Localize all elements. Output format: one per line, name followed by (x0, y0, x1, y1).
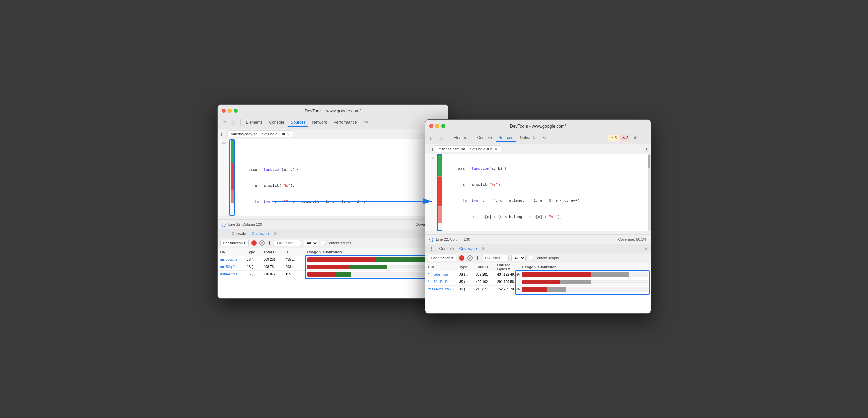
table-header-left: URL Type Total B... U... Usage Visualiza… (217, 248, 448, 256)
clear-button-right[interactable]: ⊘ (467, 255, 472, 261)
file-tab-name-left: m=cdos,hsm,jsa,...c,dtl0hd,eHDfl (231, 132, 285, 136)
table-footer-left: 846 kB of 1.9 MB (44%) used so far, 1.1 … (217, 298, 448, 299)
maximize-button-right[interactable] (441, 124, 445, 128)
download-icon-right[interactable]: ⬇ (475, 255, 479, 261)
col-header-type-left: Type (247, 250, 264, 254)
settings-icon-right[interactable]: ⚙ (632, 134, 639, 141)
coverage-toolbar-left: Per function ▾ ⊘ ⬇ All Content scripts (217, 238, 448, 248)
chevron-down-icon: ▾ (244, 241, 246, 245)
warning-badge-right: ⚠ 5 (608, 135, 619, 141)
sidebar-toggle-left[interactable]: ◫ (219, 131, 227, 137)
more-options-icon-right[interactable]: ⋮ (641, 134, 648, 141)
vertical-scrollbar-right[interactable] (648, 154, 651, 231)
tab-sources-right[interactable]: Sources (496, 134, 516, 142)
scrollbar-left[interactable] (217, 216, 448, 219)
col-header-type-right: Type (460, 265, 474, 269)
all-dropdown-left[interactable]: All (304, 240, 318, 246)
col-header-unused-left: U... (285, 250, 307, 254)
tab-more-right[interactable]: >> (539, 134, 549, 142)
all-dropdown-right[interactable]: All (512, 255, 526, 262)
file-tab-right[interactable]: m=cdos,hsm,jsa,...c,dtl0hd,eHDfl ✕ (435, 145, 501, 152)
tab-elements-left[interactable]: Elements (243, 119, 266, 127)
panel-tab-coverage-right[interactable]: Coverage (458, 246, 478, 252)
minimize-button-left[interactable] (227, 109, 231, 113)
file-tab-close-right[interactable]: ✕ (495, 147, 497, 151)
minimize-button-right[interactable] (435, 124, 439, 128)
panel-divider-right: ⋮ Console Coverage ✕ ✕ (425, 244, 651, 253)
download-icon-left[interactable]: ⬇ (268, 240, 272, 246)
line-column-status-right: Line 22, Column 130 (436, 237, 470, 241)
tab-console-right[interactable]: Console (474, 134, 495, 142)
tab-sources-left[interactable]: Sources (288, 119, 308, 127)
separator (240, 119, 241, 126)
coverage-table-left: /m=cdos,hs JS (... 869 281 435 ... /m=B2 (217, 256, 448, 298)
separator-right (448, 135, 448, 141)
record-button-right[interactable] (459, 255, 465, 261)
close-button-left[interactable] (221, 109, 225, 113)
title-bar-left: DevTools - www.google.com/ (217, 105, 448, 117)
code-content-right[interactable]: _.aaa = function(a, b) { a = a.split("%s… (442, 154, 648, 231)
panel-tab-close-left[interactable]: ✕ (274, 231, 277, 236)
table-row[interactable]: /m=B2qlPe, JS (... 498 764 293 ... (217, 264, 448, 271)
file-tab-bar-left: ◫ m=cdos,hsm,jsa,...c,dtl0hd,eHDfl ✕ (217, 129, 448, 139)
coverage-gutter-right (437, 154, 442, 231)
table-row[interactable]: /rs=AA2YrTsw5 JS (... 216,877 152,739 70… (425, 286, 651, 293)
col-header-total-right: Total B... (476, 265, 496, 269)
table-row[interactable]: /m=cdos,hsm,j JS (... 869,281 434,192 49… (425, 271, 651, 278)
coverage-panel-right: Per function ▾ ⊘ ⬇ All Content scripts U… (425, 253, 651, 314)
table-row[interactable]: /rs=AA2YrT JS (... 216 877 155 ... (217, 271, 448, 278)
record-button-left[interactable] (251, 240, 257, 246)
panel-tab-close-right[interactable]: ✕ (482, 246, 485, 251)
close-button-right[interactable] (429, 124, 433, 128)
tab-performance-left[interactable]: Performance (331, 119, 360, 127)
panel-menu-right[interactable]: ⋮ (428, 246, 435, 251)
sidebar-toggle-right[interactable]: ◫ (427, 146, 435, 152)
device-icon[interactable]: ⬜ (229, 119, 238, 126)
inspect-icon[interactable]: ⬚ (220, 119, 227, 126)
traffic-lights-right (429, 124, 445, 128)
panel-menu-left[interactable]: ⋮ (220, 231, 227, 236)
tab-network-left[interactable]: Network (310, 119, 330, 127)
col-header-viz-left: Usage Visualization (307, 250, 445, 254)
panel-tab-coverage-left[interactable]: Coverage (250, 231, 271, 237)
table-row[interactable]: /m=B2qlPe,Dhl JS (... 499,102 291,129 58 (425, 278, 651, 286)
file-tab-left[interactable]: m=cdos,hsm,jsa,...c,dtl0hd,eHDfl ✕ (227, 130, 293, 137)
table-footer-right: 884 kB of 2.1 MB (43%) used so far, 1.2 … (425, 313, 651, 314)
content-scripts-checkbox-left[interactable] (321, 241, 325, 245)
panel-close-right[interactable]: ✕ (644, 246, 648, 251)
col-header-unused-right[interactable]: Unused Bytes▼ (497, 263, 521, 271)
status-bar-left: { } Line 22, Column 129 Coverage: 49.9% (217, 219, 448, 229)
file-tab-name-right: m=cdos,hsm,jsa,...c,dtl0hd,eHDfl (439, 147, 493, 151)
undock-icon-right[interactable]: ⊡ (646, 147, 650, 151)
per-function-button-right[interactable]: Per function ▾ (428, 255, 457, 261)
tab-more-left[interactable]: >> (361, 119, 371, 127)
chevron-down-icon-right: ▾ (452, 256, 454, 260)
url-filter-input-right[interactable] (482, 255, 509, 261)
panel-tab-console-left[interactable]: Console (230, 231, 248, 237)
code-content-left[interactable]: ; _.aaa = function(a, b) { a = a.split("… (235, 139, 448, 216)
col-header-total-left: Total B... (264, 250, 285, 254)
tab-elements-right[interactable]: Elements (451, 134, 473, 142)
per-function-button-left[interactable]: Per function ▾ (220, 240, 249, 246)
content-scripts-label-left[interactable]: Content scripts (321, 241, 351, 245)
device-icon-right[interactable]: ⬜ (437, 134, 445, 141)
panel-tab-console-right[interactable]: Console (438, 246, 456, 252)
coverage-panel-left: Per function ▾ ⊘ ⬇ All Content scripts U… (217, 238, 448, 299)
clear-button-left[interactable]: ⊘ (259, 240, 265, 246)
main-toolbar-right: ⬚ ⬜ Elements Console Sources Network >> … (425, 132, 651, 144)
tab-network-right[interactable]: Network (518, 134, 537, 142)
main-toolbar-left: ⬚ ⬜ Elements Console Sources Network Per… (217, 117, 448, 129)
curly-braces-icon-right: { } (429, 237, 433, 242)
tab-console-left[interactable]: Console (267, 119, 287, 127)
file-tab-bar-right: ◫ m=cdos,hsm,jsa,...c,dtl0hd,eHDfl ✕ ⊡ (425, 144, 651, 154)
coverage-status-right: Coverage: 50.1% (618, 237, 647, 241)
content-scripts-label-right[interactable]: Content scripts (528, 256, 559, 260)
inspect-icon-right[interactable]: ⬚ (428, 134, 435, 141)
url-filter-input-left[interactable] (274, 240, 301, 246)
file-tab-close-left[interactable]: ✕ (287, 132, 289, 136)
table-row[interactable]: /m=cdos,hs JS (... 869 281 435 ... (217, 256, 448, 264)
scrollbar-right[interactable] (425, 231, 651, 234)
error-badge-right: ✖ 2 (620, 135, 630, 141)
content-scripts-checkbox-right[interactable] (528, 256, 533, 260)
maximize-button-left[interactable] (234, 109, 238, 113)
